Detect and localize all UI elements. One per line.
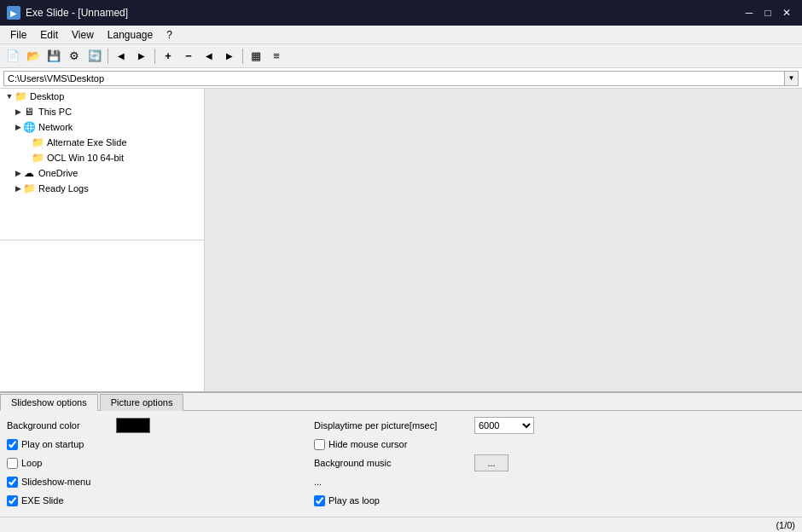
close-button[interactable]: ✕ [778,4,795,21]
app-icon: ▶ [7,6,20,20]
tab-picture[interactable]: Picture options [100,394,184,411]
play-as-loop-row: Play as loop [314,491,795,510]
new-icon: 📄 [6,49,20,62]
tb-new-button[interactable]: 📄 [3,47,22,66]
tb-refresh-button[interactable]: 🔄 [85,47,104,66]
menu-edit[interactable]: Edit [33,27,65,43]
path-input[interactable] [3,71,785,86]
tree-item-thispc[interactable]: ▶ 🖥 This PC [0,104,204,119]
tree-label-onedrive: OneDrive [38,168,78,178]
display-time-row: Displaytime per picture[msec] 6000 1000 … [314,416,795,435]
expand-onedrive[interactable]: ▶ [14,169,22,177]
list-icon: ≡ [273,49,280,62]
expand-readylogs[interactable]: ▶ [14,184,22,193]
expand-network[interactable]: ▶ [14,123,22,131]
toolbar-separator-3 [242,49,243,64]
tree-scroll[interactable]: ▼ 📁 Desktop ▶ 🖥 This PC ▶ 🌐 Network [0,89,204,240]
hide-mouse-checkbox[interactable] [314,439,325,450]
expand-thispc[interactable]: ▶ [14,107,22,116]
toolbar-separator-1 [108,49,108,64]
path-dropdown-button[interactable]: ▼ [785,71,799,86]
slideshow-menu-checkbox[interactable] [7,477,18,488]
tb-save-button[interactable]: 💾 [44,47,63,66]
menu-help[interactable]: ? [160,27,179,43]
display-time-select[interactable]: 6000 1000 2000 3000 4000 5000 8000 10000 [474,417,534,434]
tree-item-network[interactable]: ▶ 🌐 Network [0,119,204,135]
exe-slide-checkbox[interactable] [7,495,18,506]
background-color-row: Background color [7,416,297,435]
tree-label-desktop: Desktop [30,91,64,101]
play-on-startup-label: Play on startup [21,439,84,449]
main-area: ▼ 📁 Desktop ▶ 🖥 This PC ▶ 🌐 Network [0,89,802,391]
add-icon: + [165,49,171,62]
menu-view[interactable]: View [65,27,101,43]
menu-file[interactable]: File [3,27,33,43]
background-music-label: Background music [314,458,468,468]
exe-slide-label: EXE Slide [21,495,64,506]
refresh-icon: 🔄 [88,49,102,62]
tb-settings-button[interactable]: ⚙ [65,47,84,66]
dots-row: ... [314,472,795,491]
background-music-row: Background music ... [314,454,795,472]
tree-label-network: Network [38,122,73,132]
loop-row: Loop [7,454,297,472]
menu-bar: File Edit View Language ? [0,26,802,44]
tb-navright-button[interactable]: ▶ [220,47,239,66]
dots-label: ... [314,477,468,487]
tree-label-thispc: This PC [38,107,72,117]
hide-mouse-row: Hide mouse cursor [314,435,795,454]
computer-icon: 🖥 [22,106,36,118]
bottom-section: Slideshow options Picture options Backgr… [0,391,802,532]
tb-open-button[interactable]: 📂 [24,47,43,66]
tb-forward-button[interactable]: ▶ [132,47,151,66]
window-controls: ─ □ ✕ [741,4,795,21]
folder-open-icon: 📁 [14,90,27,102]
tb-navleft-button[interactable]: ◀ [200,47,218,66]
forward-icon: ▶ [138,51,145,61]
play-on-startup-checkbox[interactable] [7,439,18,450]
toolbar: 📄 📂 💾 ⚙ 🔄 ◀ ▶ + − ◀ ▶ ▦ ≡ [0,44,802,68]
tree-item-altexe[interactable]: ▶ 📁 Alternate Exe Slide [0,135,204,150]
remove-icon: − [185,49,192,62]
loop-checkbox[interactable] [7,458,18,469]
hide-mouse-label: Hide mouse cursor [328,439,407,449]
tree-item-oclwin[interactable]: ▶ 📁 OCL Win 10 64-bit [0,150,204,165]
tree-item-readylogs[interactable]: ▶ 📁 Ready Logs [0,181,204,196]
window-title: Exe Slide - [Unnamed] [26,7,128,19]
tb-add-button[interactable]: + [159,47,177,66]
navright-icon: ▶ [226,51,233,61]
tree-label-readylogs: Ready Logs [38,183,89,194]
minimize-button[interactable]: ─ [741,4,758,21]
maximize-button[interactable]: □ [759,4,776,21]
tree-label-altexe: Alternate Exe Slide [47,137,127,147]
background-color-swatch[interactable] [116,418,150,433]
file-tree: ▼ 📁 Desktop ▶ 🖥 This PC ▶ 🌐 Network [0,89,205,391]
tb-list-button[interactable]: ≡ [267,47,286,66]
network-icon: 🌐 [22,121,36,133]
path-bar: ▼ [0,68,802,89]
tb-grid-button[interactable]: ▦ [247,47,265,66]
slideshow-menu-label: Slideshow-menu [21,477,90,487]
cloud-icon: ☁ [22,167,36,179]
loop-label: Loop [21,458,42,468]
slideshow-menu-row: Slideshow-menu [7,472,297,491]
back-icon: ◀ [118,51,125,61]
tab-slideshow[interactable]: Slideshow options [0,394,98,411]
expand-desktop[interactable]: ▼ [5,92,14,101]
exe-slide-row: EXE Slide [7,491,297,510]
tree-item-desktop[interactable]: ▼ 📁 Desktop [0,89,204,104]
tree-item-onedrive[interactable]: ▶ ☁ OneDrive [0,165,204,181]
tb-back-button[interactable]: ◀ [112,47,131,66]
play-as-loop-checkbox[interactable] [314,495,325,506]
menu-language[interactable]: Language [101,27,160,43]
navleft-icon: ◀ [206,51,212,61]
status-text: (1/0) [776,520,795,530]
background-color-label: Background color [7,420,109,431]
title-bar: ▶ Exe Slide - [Unnamed] ─ □ ✕ [0,0,802,26]
background-music-button[interactable]: ... [474,454,509,471]
preview-panel [205,89,802,391]
options-panel: Background color Play on startup Loop Sl… [0,411,802,515]
tree-empty-area [0,240,204,391]
tb-remove-button[interactable]: − [179,47,198,66]
folder-readylogs-icon: 📁 [22,182,36,194]
